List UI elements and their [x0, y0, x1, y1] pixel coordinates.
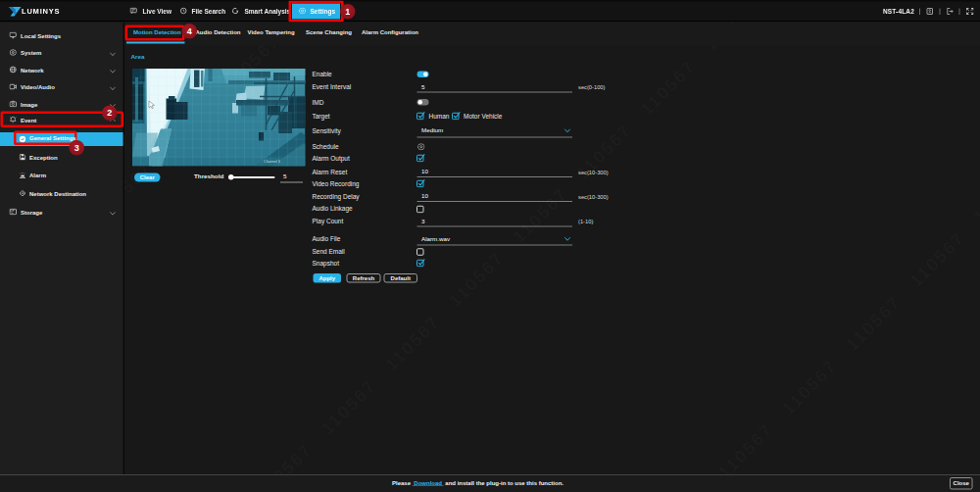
- svg-text:Channel 5: Channel 5: [264, 160, 280, 164]
